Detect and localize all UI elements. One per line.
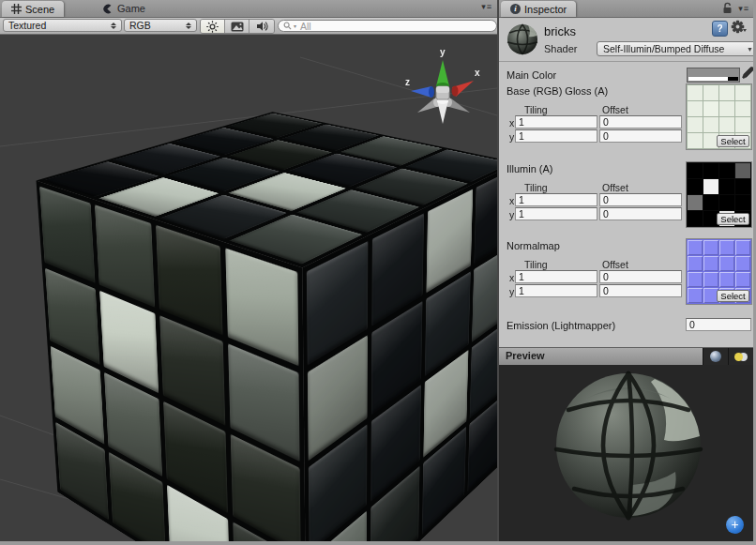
unity-editor-window: Scene Game ▾≡ Textured RGB (0, 0, 756, 545)
z-axis-cap (429, 86, 434, 98)
alpha-bar (688, 77, 738, 81)
updown-arrows-icon (111, 23, 116, 29)
updown-arrows-icon (186, 23, 191, 29)
add-preview-button[interactable]: + (726, 516, 744, 534)
texture-sections: Base (RGB) Gloss (A) Tiling Offset x y 1… (499, 83, 753, 318)
preview-header: Preview (499, 347, 753, 366)
scene-pane-menu-icon[interactable]: ▾≡ (481, 2, 492, 11)
sphere-icon (710, 351, 721, 362)
tiling-y-input[interactable]: 1 (515, 284, 597, 297)
textured-cube[interactable] (169, 142, 426, 540)
tab-scene[interactable]: Scene (2, 1, 64, 17)
emission-row: Emission (Lightmapper) 0 (499, 315, 753, 334)
gear-icon[interactable] (731, 20, 747, 36)
tiling-x-input[interactable]: 1 (515, 115, 597, 129)
x-row-label: x (509, 195, 514, 206)
audio-toggle-button[interactable] (249, 20, 274, 33)
gizmo-center-cube-highlight (436, 86, 449, 93)
tiling-y-input[interactable]: 1 (515, 129, 597, 143)
z-axis-label: z (405, 77, 410, 87)
speaker-icon (256, 21, 268, 32)
shader-value: Self-Illumin/Bumped Diffuse (603, 43, 724, 54)
tab-inspector-label: Inspector (524, 4, 567, 15)
tab-inspector[interactable]: i Inspector (501, 1, 576, 17)
info-icon: i (510, 4, 521, 14)
search-placeholder: All (300, 21, 311, 32)
search-icon (283, 22, 292, 30)
preview-mesh-button[interactable] (703, 348, 728, 365)
preview-title: Preview (506, 350, 545, 361)
image-icon (231, 22, 244, 32)
tab-game[interactable]: Game (101, 0, 145, 17)
emission-input[interactable]: 0 (686, 318, 751, 331)
scene-tabstrip: Scene Game ▾≡ (0, 0, 497, 18)
main-color-row: Main Color (499, 66, 753, 83)
lighting-toggle-button[interactable] (201, 20, 225, 33)
y-row-label: y (509, 131, 514, 143)
emission-label: Emission (Lightmapper) (507, 320, 615, 331)
x-row-label: x (509, 117, 514, 129)
scene-panel: Scene Game ▾≡ Textured RGB (0, 0, 499, 541)
select-texture-button[interactable]: Select (717, 135, 749, 147)
y-axis-cone[interactable] (436, 60, 449, 86)
offset-x-input[interactable]: 0 (599, 270, 682, 283)
scene-toolbar: Textured RGB (0, 18, 497, 35)
tiling-x-input[interactable]: 1 (515, 193, 597, 206)
inspector-pane-menu-icon[interactable]: ▾≡ (738, 4, 749, 13)
cube-tile (39, 187, 95, 283)
lock-icon[interactable] (722, 2, 733, 14)
axis-gizmo[interactable]: y x z (400, 44, 486, 127)
texture-section: Normalmap Tiling Offset x y 1 0 1 0 Sele… (499, 238, 753, 316)
dropdown-arrow-icon: ▼ (747, 46, 753, 53)
texture-section-label: Base (RGB) Gloss (A) (507, 85, 608, 97)
x-row-label: x (509, 272, 514, 283)
help-icon[interactable]: ? (712, 21, 728, 37)
preview-lighting-button[interactable] (728, 348, 753, 365)
texture-section: Base (RGB) Gloss (A) Tiling Offset x y 1… (499, 83, 753, 161)
offset-y-input[interactable]: 0 (599, 129, 682, 143)
draw-mode-value: Textured (8, 20, 46, 31)
texture-section-label: Normalmap (507, 240, 560, 251)
scene-grid-icon (11, 4, 22, 14)
preview-area[interactable]: + (499, 365, 753, 541)
x-axis-cap (452, 86, 459, 97)
tiling-header: Tiling (524, 259, 548, 270)
offset-y-input[interactable]: 0 (599, 207, 682, 220)
tiling-y-input[interactable]: 1 (515, 207, 597, 220)
main-color-swatch[interactable] (687, 68, 740, 83)
select-texture-button[interactable]: Select (717, 290, 749, 302)
tab-game-label: Game (117, 3, 145, 14)
offset-x-input[interactable]: 0 (599, 115, 682, 129)
skybox-toggle-button[interactable] (225, 20, 249, 33)
tab-scene-label: Scene (25, 4, 54, 15)
shader-dropdown[interactable]: Self-Illumin/Bumped Diffuse ▼ (597, 41, 756, 56)
scene-view-toggles (200, 19, 275, 34)
material-name: bricks (544, 24, 576, 38)
y-axis-label: y (440, 47, 446, 57)
color-mode-dropdown[interactable]: RGB (124, 19, 197, 32)
shader-label: Shader (544, 43, 577, 54)
inspector-panel: i Inspector ▾≡ (499, 0, 753, 541)
game-icon (101, 3, 113, 15)
z-axis-cone[interactable] (411, 86, 431, 98)
light-on-icon (734, 353, 743, 361)
eyedropper-icon[interactable] (740, 66, 754, 81)
y-row-label: y (509, 209, 514, 220)
select-texture-button[interactable]: Select (717, 213, 749, 225)
y-row-label: y (509, 286, 514, 297)
cube-tile (474, 168, 497, 264)
scene-viewport[interactable]: y x z (0, 35, 497, 541)
offset-header: Offset (602, 182, 628, 193)
inspector-tabstrip: i Inspector ▾≡ (499, 0, 753, 18)
material-preview-thumb (506, 23, 539, 56)
draw-mode-dropdown[interactable]: Textured (3, 19, 122, 32)
tiling-x-input[interactable]: 1 (515, 270, 597, 283)
x-axis-label: x (475, 68, 480, 78)
scene-search-field[interactable]: ▾ All (278, 20, 497, 32)
offset-x-input[interactable]: 0 (599, 193, 682, 206)
preview-sphere (549, 366, 708, 525)
search-filter-arrow-icon: ▾ (294, 23, 296, 29)
sun-icon (206, 21, 219, 33)
texture-section-label: Illumin (A) (507, 163, 553, 174)
offset-y-input[interactable]: 0 (599, 284, 682, 297)
